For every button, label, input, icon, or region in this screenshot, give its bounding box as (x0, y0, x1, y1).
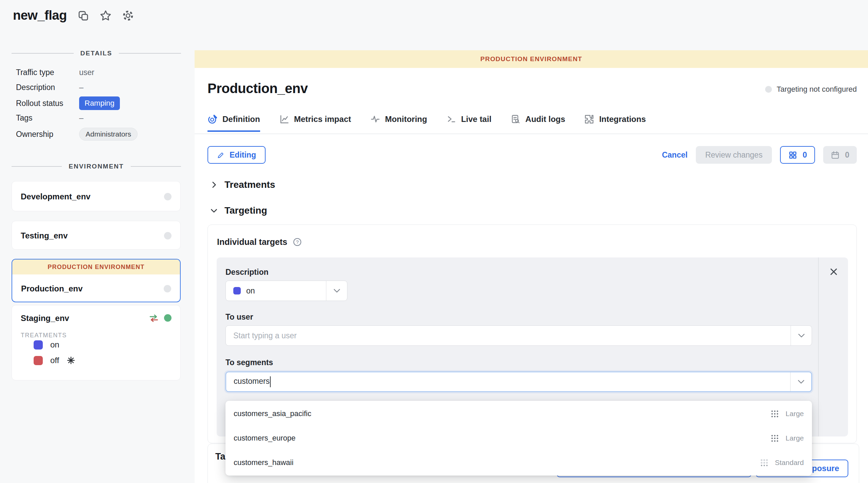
segment-option-hawaii[interactable]: customers_hawaii Standard (225, 450, 812, 475)
flag-header: new_flag (13, 8, 134, 23)
cancel-link[interactable]: Cancel (662, 150, 687, 160)
env-status-dot (164, 285, 171, 292)
help-icon[interactable]: ? (293, 237, 302, 247)
env-card-title: Staging_env (21, 314, 69, 323)
env-card-development[interactable]: Development_env (12, 181, 181, 211)
env-card-testing[interactable]: Testing_env (12, 221, 181, 250)
tab-definition[interactable]: Definition (207, 114, 260, 132)
env-card-production[interactable]: PRODUCTION ENVIRONMENT Production_env (12, 259, 181, 302)
detail-label: Ownership (16, 130, 79, 139)
segment-size-label: Standard (775, 459, 804, 467)
tab-label: Metrics impact (294, 114, 351, 124)
tab-integrations[interactable]: Integrations (584, 114, 646, 132)
treatment-off-swatch (34, 356, 43, 365)
treatment-select-value: on (246, 286, 326, 296)
chevron-down-icon (210, 206, 218, 215)
ownership-pill[interactable]: Administrators (79, 128, 138, 141)
production-environment-banner: PRODUCTION ENVIRONMENT (195, 50, 868, 68)
details-divider: DETAILS (12, 50, 181, 57)
editing-button[interactable]: Editing (207, 146, 266, 164)
rules-counter-button[interactable]: 0 (780, 146, 815, 164)
segment-name: customers_europe (234, 434, 770, 443)
chevron-right-icon (210, 180, 218, 189)
app-screen: new_flag DETAILS Traffic type user De (0, 0, 868, 483)
treatments-section-header[interactable]: Treatments (210, 179, 275, 190)
status-dot-icon (765, 86, 772, 93)
env-card-staging[interactable]: Staging_env TREATMENTS on off (12, 305, 181, 380)
detail-label: Description (16, 83, 79, 92)
to-user-input[interactable]: Start typing a user (225, 325, 812, 346)
targeting-section-header[interactable]: Targeting (210, 205, 267, 216)
close-icon[interactable] (828, 266, 839, 277)
segment-meta: Large (770, 434, 804, 443)
tab-label: Live tail (461, 114, 491, 124)
tabbar-divider (195, 133, 868, 134)
env-status-dot (164, 193, 171, 200)
treatment-name: off (50, 356, 59, 365)
tab-label: Monitoring (385, 114, 427, 124)
star-icon[interactable] (100, 10, 112, 22)
segment-meta: Large (770, 409, 804, 418)
exposure-button-label: xposure (808, 464, 839, 473)
detail-value: user (79, 68, 94, 77)
detail-row-ownership: Ownership Administrators (16, 128, 181, 141)
targeting-section-title: Targeting (224, 205, 267, 216)
gear-icon[interactable] (122, 10, 134, 22)
segment-meta: Standard (760, 458, 804, 467)
segment-size-grid-icon (770, 434, 779, 443)
schedule-counter-button[interactable]: 0 (823, 146, 857, 164)
chevron-down-icon[interactable] (791, 326, 812, 345)
sync-arrows-icon (148, 313, 159, 324)
env-card-title: Development_env (21, 192, 90, 201)
editing-label: Editing (230, 150, 256, 160)
description-label: Description (225, 268, 269, 277)
individual-targets-title: Individual targets (217, 237, 287, 247)
segments-dropdown: customers_asia_pacific Large customers_e… (225, 401, 812, 476)
chevron-down-icon[interactable] (790, 372, 811, 391)
segment-option-europe[interactable]: customers_europe Large (225, 426, 812, 450)
schedule-count: 0 (845, 150, 849, 160)
detail-row-traffic-type: Traffic type user (16, 68, 181, 77)
segment-name: customers_asia_pacific (234, 409, 770, 418)
chart-icon (279, 114, 289, 124)
segment-size-grid-icon-light (760, 458, 769, 467)
environment-divider: ENVIRONMENT (12, 163, 181, 170)
tab-live-tail[interactable]: Live tail (446, 114, 491, 132)
env-card-title: Testing_env (21, 231, 68, 240)
review-changes-button[interactable]: Review changes (696, 146, 772, 164)
segment-option-asia-pacific[interactable]: customers_asia_pacific Large (225, 401, 812, 426)
to-segments-input[interactable]: customers (225, 372, 812, 392)
tab-label: Integrations (599, 114, 646, 124)
detail-row-rollout-status: Rollout status Ramping (16, 96, 181, 110)
status-text: Targeting not configured (777, 85, 857, 94)
env-status-dot-active (164, 314, 171, 322)
audit-doc-icon (510, 114, 521, 124)
text-caret (270, 376, 271, 387)
treatment-on-swatch (34, 340, 43, 350)
to-segments-label: To segments (225, 358, 273, 367)
toolbar: Editing Cancel Review changes 0 0 (207, 146, 857, 164)
detail-value: – (79, 83, 84, 92)
chevron-down-icon[interactable] (326, 281, 347, 301)
environment-heading: ENVIRONMENT (69, 163, 124, 170)
tab-audit-logs[interactable]: Audit logs (510, 114, 565, 132)
treatment-on-swatch (233, 287, 241, 294)
tab-monitoring[interactable]: Monitoring (370, 114, 427, 132)
segment-size-label: Large (785, 434, 804, 442)
segment-size-grid-icon (770, 409, 779, 418)
tab-metrics-impact[interactable]: Metrics impact (279, 114, 351, 132)
rollout-status-badge[interactable]: Ramping (79, 96, 120, 110)
target-edit-icon (207, 114, 218, 124)
individual-targets-heading: Individual targets ? (217, 237, 302, 247)
pulse-icon (370, 114, 380, 124)
treatment-select[interactable]: on (225, 281, 347, 301)
pencil-icon (217, 151, 225, 159)
copy-icon[interactable] (77, 10, 89, 22)
svg-text:?: ? (296, 239, 299, 245)
targeting-status: Targeting not configured (765, 85, 857, 94)
flag-title: new_flag (13, 8, 67, 23)
to-segments-value: customers (234, 376, 790, 387)
tabbar: Definition Metrics impact Monitoring (207, 114, 646, 132)
detail-label: Traffic type (16, 68, 79, 77)
treatments-heading: TREATMENTS (21, 332, 67, 339)
